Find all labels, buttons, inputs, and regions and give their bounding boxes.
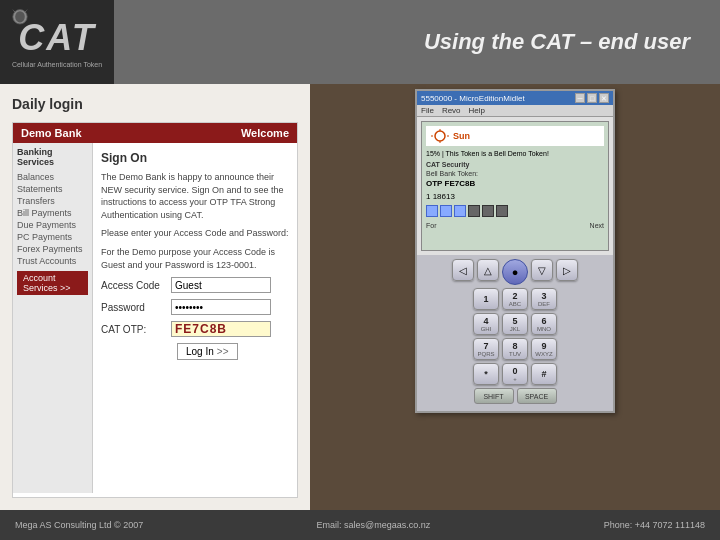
phone-menu: File Revo Help xyxy=(417,105,613,117)
access-code-input[interactable] xyxy=(171,277,271,293)
bank-nav: Banking Services Balances Statements Tra… xyxy=(13,143,93,493)
phone-window-title: 5550000 - MicroEditionMidlet xyxy=(421,94,525,103)
password-input[interactable] xyxy=(171,299,271,315)
screen-blocks xyxy=(426,205,604,217)
screen-counter: 1 18613 xyxy=(426,192,604,202)
phone-window: 5550000 - MicroEditionMidlet ─ □ ✕ File … xyxy=(415,89,615,413)
demo-para: For the Demo purpose your Access Code is… xyxy=(101,246,289,271)
nav-left-key[interactable]: ◁ xyxy=(452,259,474,281)
menu-revo[interactable]: Revo xyxy=(442,106,461,115)
nav-item-trust[interactable]: Trust Accounts xyxy=(17,255,88,267)
block-1 xyxy=(426,205,438,217)
nav-item-pc-payments[interactable]: PC Payments xyxy=(17,231,88,243)
keypad-row-1: 1 2ABC 3DEF xyxy=(421,288,609,310)
key-8[interactable]: 8TUV xyxy=(502,338,528,360)
key-5[interactable]: 5JKL xyxy=(502,313,528,335)
key-4[interactable]: 4GHI xyxy=(473,313,499,335)
close-button[interactable]: ✕ xyxy=(599,93,609,103)
key-star[interactable]: * xyxy=(473,363,499,385)
otp-row: CAT OTP: xyxy=(101,321,289,337)
bank-header: Demo Bank Welcome xyxy=(13,123,297,143)
right-panel: 5550000 - MicroEditionMidlet ─ □ ✕ File … xyxy=(310,84,720,510)
access-code-row: Access Code xyxy=(101,277,289,293)
svg-point-4 xyxy=(435,131,445,141)
menu-help[interactable]: Help xyxy=(469,106,485,115)
login-button[interactable]: Log In >> xyxy=(177,343,238,360)
sun-logo-icon xyxy=(430,128,450,144)
left-panel: Daily login Demo Bank Welcome Banking Se… xyxy=(0,84,310,510)
nav-right-key[interactable]: ▷ xyxy=(556,259,578,281)
nav-item-forex[interactable]: Forex Payments xyxy=(17,243,88,255)
bank-content: Sign On The Demo Bank is happy to announ… xyxy=(93,143,297,493)
prompt-para: Please enter your Access Code and Passwo… xyxy=(101,227,289,240)
otp-input[interactable] xyxy=(171,321,271,337)
block-4 xyxy=(468,205,480,217)
block-3 xyxy=(454,205,466,217)
footer: Mega AS Consulting Ltd © 2007 Email: sal… xyxy=(0,510,720,540)
screen-next-label: Next xyxy=(590,221,604,230)
footer-email: Email: sales@megaas.co.nz xyxy=(317,520,431,530)
maximize-button[interactable]: □ xyxy=(587,93,597,103)
logo-area: CAT Cellular Authentication Token xyxy=(0,0,114,84)
bank-panel: Demo Bank Welcome Banking Services Balan… xyxy=(12,122,298,498)
key-6[interactable]: 6MNO xyxy=(531,313,557,335)
screen-info-text: 15% | This Token is a Bell Demo Token! xyxy=(426,149,604,158)
intro-para: The Demo Bank is happy to announce their… xyxy=(101,171,289,221)
nav-item-statements[interactable]: Statements xyxy=(17,183,88,195)
soft-left-key[interactable]: SHIFT xyxy=(474,388,514,404)
keypad-row-3: 7PQRS 8TUV 9WXYZ xyxy=(421,338,609,360)
key-2[interactable]: 2ABC xyxy=(502,288,528,310)
key-7[interactable]: 7PQRS xyxy=(473,338,499,360)
footer-company: Mega AS Consulting Ltd © 2007 xyxy=(15,520,143,530)
key-hash[interactable]: # xyxy=(531,363,557,385)
screen-content: 15% | This Token is a Bell Demo Token! C… xyxy=(426,149,604,230)
screen-bottom: For Next xyxy=(426,221,604,230)
phone-controls: ─ □ ✕ xyxy=(575,93,609,103)
submit-row: Log In >> xyxy=(101,343,289,360)
bank-nav-title: Banking Services xyxy=(17,147,88,167)
block-5 xyxy=(482,205,494,217)
nav-item-bill-payments[interactable]: Bill Payments xyxy=(17,207,88,219)
nav-item-due-payments[interactable]: Due Payments xyxy=(17,219,88,231)
password-label: Password xyxy=(101,302,171,313)
otp-label: CAT OTP: xyxy=(101,324,171,335)
footer-phone: Phone: +44 7072 111148 xyxy=(604,520,705,530)
screen-for-label: For xyxy=(426,221,437,230)
soft-keys-row: SHIFT SPACE xyxy=(421,388,609,404)
bank-body: Banking Services Balances Statements Tra… xyxy=(13,143,297,493)
phone-keypad: ◁ △ ● ▽ ▷ 1 2ABC 3DEF xyxy=(417,255,613,411)
block-2 xyxy=(440,205,452,217)
page-title: Using the CAT – end user xyxy=(424,29,690,55)
key-9[interactable]: 9WXYZ xyxy=(531,338,557,360)
key-0[interactable]: 0+ xyxy=(502,363,528,385)
screen-bank-label: Bell Bank Token: xyxy=(426,169,604,178)
header: CAT Cellular Authentication Token Using … xyxy=(0,0,720,84)
svg-point-1 xyxy=(15,11,25,22)
nav-center-key[interactable]: ● xyxy=(502,259,528,285)
nav-keys-row: ◁ △ ● ▽ ▷ xyxy=(421,259,609,285)
sun-logo-text: Sun xyxy=(453,131,470,141)
nav-up-key[interactable]: △ xyxy=(477,259,499,281)
access-services-button[interactable]: Account Services >> xyxy=(17,271,88,295)
password-row: Password xyxy=(101,299,289,315)
minimize-button[interactable]: ─ xyxy=(575,93,585,103)
key-1[interactable]: 1 xyxy=(473,288,499,310)
phone-screen: Sun 15% | This Token is a Bell Demo Toke… xyxy=(421,121,609,251)
sun-logo-area: Sun xyxy=(426,126,604,146)
nav-item-balances[interactable]: Balances xyxy=(17,171,88,183)
daily-login-title: Daily login xyxy=(12,96,298,112)
cat-logo-icon xyxy=(8,8,32,32)
soft-right-key[interactable]: SPACE xyxy=(517,388,557,404)
title-bar: Using the CAT – end user xyxy=(114,0,720,84)
keypad-row-2: 4GHI 5JKL 6MNO xyxy=(421,313,609,335)
key-3[interactable]: 3DEF xyxy=(531,288,557,310)
block-6 xyxy=(496,205,508,217)
bank-name: Demo Bank xyxy=(21,127,82,139)
nav-down-key[interactable]: ▽ xyxy=(531,259,553,281)
sign-on-title: Sign On xyxy=(101,151,289,165)
nav-item-transfers[interactable]: Transfers xyxy=(17,195,88,207)
phone-titlebar: 5550000 - MicroEditionMidlet ─ □ ✕ xyxy=(417,91,613,105)
main-content: Daily login Demo Bank Welcome Banking Se… xyxy=(0,84,720,510)
keypad-row-4: * 0+ # xyxy=(421,363,609,385)
menu-file[interactable]: File xyxy=(421,106,434,115)
